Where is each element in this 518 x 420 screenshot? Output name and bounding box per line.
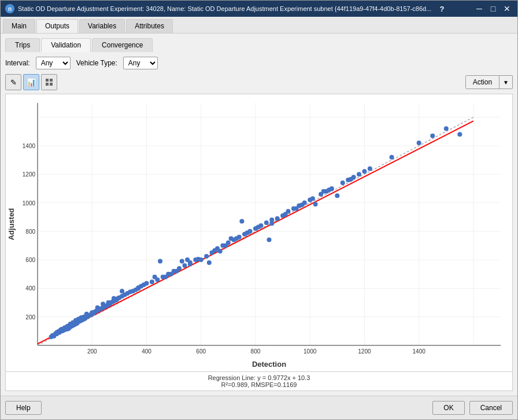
- bottom-bar: Help OK Cancel: [1, 396, 517, 419]
- interval-label: Interval:: [5, 59, 30, 67]
- sub-tab-convergence[interactable]: Convergence: [92, 38, 153, 52]
- interval-select[interactable]: Any: [36, 57, 71, 69]
- help-button[interactable]: Help: [5, 401, 42, 415]
- content-area: Trips Validation Convergence Interval: A…: [1, 34, 517, 396]
- sub-tab-validation[interactable]: Validation: [41, 38, 91, 52]
- close-button[interactable]: ✕: [501, 3, 513, 14]
- sub-tab-trips[interactable]: Trips: [5, 38, 40, 52]
- tab-main[interactable]: Main: [3, 19, 35, 33]
- title-bar-controls: ─ □ ✕: [473, 3, 513, 14]
- cancel-button[interactable]: Cancel: [469, 401, 513, 415]
- toolbar: ✎ 📊 Action ▼: [5, 74, 513, 90]
- vehicle-type-select[interactable]: Any: [123, 57, 158, 69]
- action-button[interactable]: Action ▼: [465, 75, 513, 89]
- regression-line-text: Regression Line: y = 0.9772x + 10.3: [8, 374, 510, 381]
- filters: Interval: Any Vehicle Type: Any: [5, 57, 513, 69]
- scatter-chart: [6, 94, 512, 371]
- chart-container: [5, 94, 513, 372]
- help-icon[interactable]: ?: [439, 5, 444, 13]
- ok-button[interactable]: OK: [432, 401, 464, 415]
- minimize-button[interactable]: ─: [473, 3, 485, 14]
- grid-tool-button[interactable]: [41, 74, 57, 90]
- maximize-button[interactable]: □: [487, 3, 499, 14]
- app-icon: n: [5, 4, 14, 13]
- tab-attributes[interactable]: Attributes: [126, 19, 173, 33]
- sub-tabs: Trips Validation Convergence: [5, 38, 513, 52]
- window-title: Static OD Departure Adjustment Experimen…: [18, 5, 431, 12]
- title-bar-left: n Static OD Departure Adjustment Experim…: [5, 4, 444, 13]
- chart-icon: 📊: [27, 78, 36, 87]
- tab-variables[interactable]: Variables: [79, 19, 125, 33]
- edit-tool-button[interactable]: ✎: [5, 74, 21, 90]
- toolbar-tools: ✎ 📊: [5, 74, 57, 90]
- chart-tool-button[interactable]: 📊: [23, 74, 39, 90]
- action-dropdown-arrow[interactable]: ▼: [500, 77, 512, 88]
- main-tabs: Main Outputs Variables Attributes: [1, 17, 517, 34]
- r-squared-text: R²=0.989, RMSPE=0.1169: [8, 381, 510, 388]
- edit-icon: ✎: [10, 78, 17, 87]
- grid-icon: [46, 79, 53, 86]
- tab-outputs[interactable]: Outputs: [36, 19, 78, 33]
- action-label: Action: [466, 76, 500, 89]
- title-bar: n Static OD Departure Adjustment Experim…: [1, 1, 517, 17]
- bottom-right: OK Cancel: [432, 401, 513, 415]
- chart-info: Regression Line: y = 0.9772x + 10.3 R²=0…: [5, 372, 513, 391]
- vehicle-type-label: Vehicle Type:: [76, 59, 117, 67]
- main-window: n Static OD Departure Adjustment Experim…: [0, 0, 518, 420]
